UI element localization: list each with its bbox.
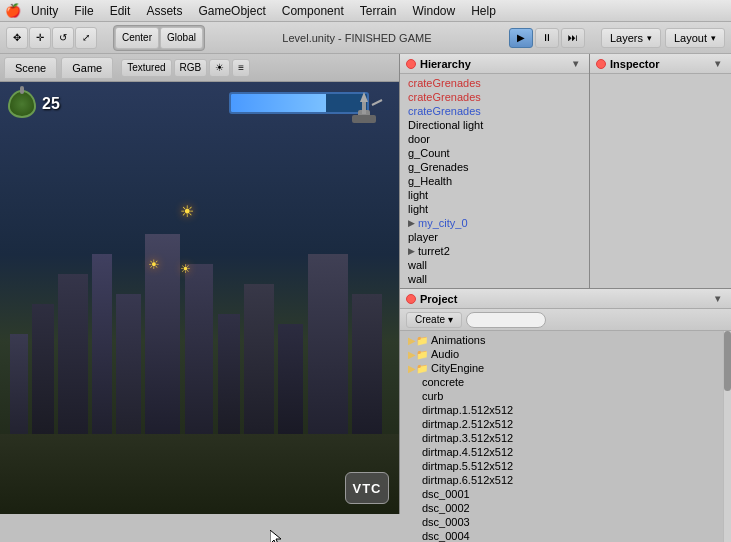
project-tree: ▶📁 Animations ▶📁 Audio ▶📁 CityEngine con…	[400, 331, 723, 542]
apple-menu[interactable]: 🍎	[4, 2, 22, 20]
item-label: curb	[422, 390, 443, 402]
project-item[interactable]: concrete	[400, 375, 723, 389]
inspector-close-btn[interactable]	[596, 59, 606, 69]
hud-bar-area	[55, 92, 389, 114]
item-label: dirtmap.4.512x512	[422, 446, 513, 458]
project-item[interactable]: ▶📁 CityEngine	[400, 361, 723, 375]
window-title: Level.unity - FINISHED GAME	[209, 32, 505, 44]
game-view[interactable]: ☀ ☀ ☀ 25	[0, 82, 399, 514]
item-label: g_Count	[408, 147, 450, 159]
item-label: g_Grenades	[408, 161, 469, 173]
game-tab[interactable]: Game	[61, 57, 113, 79]
menu-unity[interactable]: Unity	[24, 2, 65, 20]
project-item[interactable]: dirtmap.3.512x512	[400, 431, 723, 445]
view-tabs: Scene Game Textured RGB ☀ ≡	[0, 54, 399, 82]
item-label: wall	[408, 259, 427, 271]
view-mode-dropdown[interactable]: Textured	[121, 59, 171, 77]
item-label: light	[408, 189, 428, 201]
item-label: g_Health	[408, 175, 452, 187]
hand-tool-btn[interactable]: ✥	[6, 27, 28, 49]
hierarchy-close-btn[interactable]	[406, 59, 416, 69]
hierarchy-item[interactable]: crateGrenades	[400, 104, 589, 118]
play-btn[interactable]: ▶	[509, 28, 533, 48]
project-search[interactable]	[466, 312, 546, 328]
create-btn[interactable]: Create ▾	[406, 312, 462, 328]
project-scrollbar[interactable]	[723, 331, 731, 542]
menu-component[interactable]: Component	[275, 2, 351, 20]
main-toolbar: ✥ ✛ ↺ ⤢ Center Global Level.unity - FINI…	[0, 22, 731, 54]
layout-dropdown[interactable]: Layout	[665, 28, 725, 48]
hierarchy-item[interactable]: g_Count	[400, 146, 589, 160]
turret-model	[339, 87, 389, 127]
step-btn[interactable]: ⏭	[561, 28, 585, 48]
item-label: concrete	[422, 376, 464, 388]
hierarchy-item[interactable]: crateGrenades	[400, 76, 589, 90]
pause-btn[interactable]: ⏸	[535, 28, 559, 48]
project-item[interactable]: dsc_0003	[400, 515, 723, 529]
project-item[interactable]: dirtmap.4.512x512	[400, 445, 723, 459]
hierarchy-collapse-btn[interactable]: ▾	[567, 56, 583, 72]
scene-tab[interactable]: Scene	[4, 57, 57, 79]
menu-assets[interactable]: Assets	[139, 2, 189, 20]
project-content: ▶📁 Animations ▶📁 Audio ▶📁 CityEngine con…	[400, 331, 731, 542]
project-item[interactable]: dirtmap.1.512x512	[400, 403, 723, 417]
hierarchy-item[interactable]: door	[400, 132, 589, 146]
menu-file[interactable]: File	[67, 2, 100, 20]
inspector-collapse-btn[interactable]: ▾	[709, 56, 725, 72]
project-close-btn[interactable]	[406, 294, 416, 304]
extra-view-btn2[interactable]: ≡	[232, 59, 250, 77]
project-item[interactable]: ▶📁 Audio	[400, 347, 723, 361]
hierarchy-item[interactable]: g_Health	[400, 174, 589, 188]
menu-gameobject[interactable]: GameObject	[191, 2, 272, 20]
scrollbar-thumb[interactable]	[724, 331, 731, 391]
extra-view-btn[interactable]: ☀	[209, 59, 230, 77]
health-fill	[231, 94, 326, 112]
hierarchy-item[interactable]: crateGrenades	[400, 90, 589, 104]
project-item[interactable]: dirtmap.5.512x512	[400, 459, 723, 473]
item-label: my_city_0	[418, 217, 468, 229]
item-label: crateGrenades	[408, 91, 481, 103]
building-11	[308, 254, 348, 454]
move-tool-btn[interactable]: ✛	[29, 27, 51, 49]
item-label: Directional light	[408, 119, 483, 131]
hierarchy-item[interactable]: ▶my_city_0	[400, 216, 589, 230]
project-item[interactable]: dsc_0001	[400, 487, 723, 501]
building-2	[32, 304, 54, 454]
folder-icon: ▶📁	[408, 335, 428, 346]
item-label: Animations	[431, 334, 485, 346]
hierarchy-panel: Hierarchy ▾ crateGrenades crateGrenades …	[400, 54, 590, 288]
project-item[interactable]: dsc_0002	[400, 501, 723, 515]
hierarchy-item[interactable]: wall	[400, 258, 589, 272]
building-8	[218, 314, 240, 454]
project-item[interactable]: curb	[400, 389, 723, 403]
layers-dropdown[interactable]: Layers	[601, 28, 661, 48]
hierarchy-item[interactable]: player	[400, 230, 589, 244]
menu-help[interactable]: Help	[464, 2, 503, 20]
project-item[interactable]: ▶📁 Animations	[400, 333, 723, 347]
hierarchy-item[interactable]: g_Grenades	[400, 160, 589, 174]
rgb-btn[interactable]: RGB	[174, 59, 208, 77]
menu-edit[interactable]: Edit	[103, 2, 138, 20]
sun-icon-3: ☀	[180, 262, 191, 276]
item-label: light	[408, 203, 428, 215]
hierarchy-item[interactable]: light	[400, 202, 589, 216]
hierarchy-item[interactable]: Directional light	[400, 118, 589, 132]
rotate-tool-btn[interactable]: ↺	[52, 27, 74, 49]
space-btn[interactable]: Global	[160, 27, 203, 49]
sun-icon-2: ☀	[148, 257, 160, 272]
hierarchy-item[interactable]: light	[400, 188, 589, 202]
hierarchy-item[interactable]: ▶turret2	[400, 244, 589, 258]
project-collapse-btn[interactable]: ▾	[709, 291, 725, 307]
project-item[interactable]: dirtmap.2.512x512	[400, 417, 723, 431]
project-item[interactable]: dirtmap.6.512x512	[400, 473, 723, 487]
item-label: player	[408, 231, 438, 243]
menu-terrain[interactable]: Terrain	[353, 2, 404, 20]
pivot-btn[interactable]: Center	[115, 27, 159, 49]
hierarchy-item[interactable]: wall	[400, 272, 589, 286]
menu-window[interactable]: Window	[405, 2, 462, 20]
folder-icon: ▶📁	[408, 349, 428, 360]
inspector-panel: Inspector ▾	[590, 54, 731, 288]
inspector-title: Inspector	[610, 58, 660, 70]
project-item[interactable]: dsc_0004	[400, 529, 723, 542]
scale-tool-btn[interactable]: ⤢	[75, 27, 97, 49]
